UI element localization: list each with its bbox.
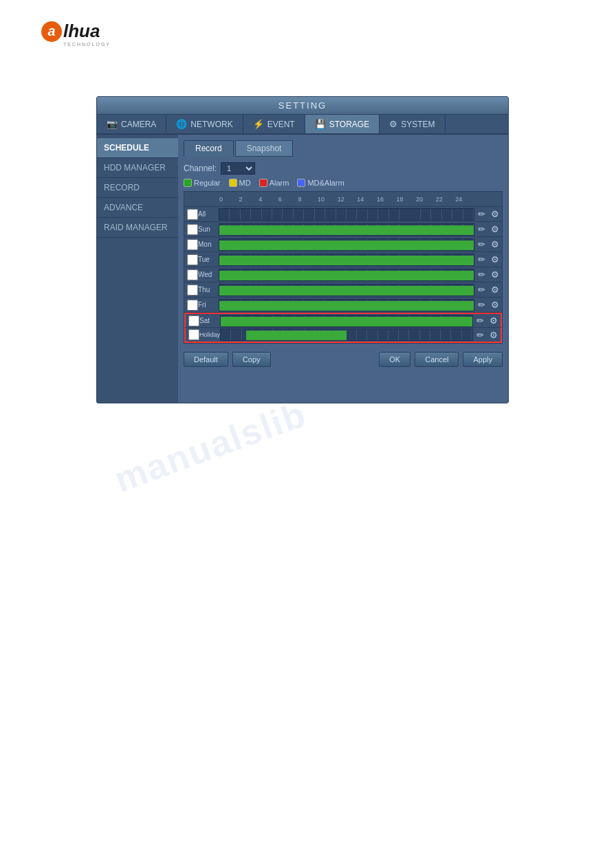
checkbox-tue[interactable]: [187, 254, 198, 265]
apply-button[interactable]: Apply: [463, 352, 503, 367]
sidebar-item-hdd-manager[interactable]: HDD MANAGER: [97, 158, 178, 178]
time-ticks: 0 2 4 6 8 10 12 14 16 18 20 22 24: [219, 196, 474, 203]
watermark: manualslib: [109, 393, 312, 500]
row-sat: Sat ✏ ⚙: [184, 313, 502, 328]
camera-icon: 📷: [107, 119, 118, 129]
checkbox-sun[interactable]: [187, 224, 198, 235]
gear-tue[interactable]: ⚙: [488, 254, 502, 265]
legend-alarm: Alarm: [259, 179, 289, 187]
gear-all[interactable]: ⚙: [488, 209, 502, 219]
bars-thu[interactable]: [219, 284, 474, 296]
sub-tab-snapshot[interactable]: Snapshot: [235, 140, 294, 157]
pencil-fri[interactable]: ✏: [474, 300, 488, 310]
tick-0: 0: [219, 196, 239, 203]
dialog-title: SETTING: [97, 97, 508, 115]
checkbox-fri[interactable]: [187, 300, 198, 311]
logo-circle: a: [41, 21, 62, 42]
channel-select[interactable]: 1 2 3 4: [221, 162, 255, 175]
system-icon: ⚙: [389, 119, 397, 129]
pencil-holiday[interactable]: ✏: [473, 330, 487, 340]
ok-button[interactable]: OK: [379, 352, 410, 367]
copy-button[interactable]: Copy: [232, 352, 271, 367]
sidebar: SCHEDULE HDD MANAGER RECORD ADVANCE RAID…: [97, 135, 178, 403]
pencil-tue[interactable]: ✏: [474, 254, 488, 265]
bars-holiday[interactable]: [220, 329, 473, 341]
pencil-thu[interactable]: ✏: [474, 285, 488, 295]
checkbox-wed[interactable]: [187, 269, 198, 280]
tab-camera[interactable]: 📷 CAMERA: [97, 115, 166, 133]
channel-label: Channel:: [184, 164, 217, 173]
btn-group-left: Default Copy: [184, 352, 271, 367]
checkbox-mon[interactable]: [187, 239, 198, 250]
btn-group-right: OK Cancel Apply: [379, 352, 503, 367]
label-all: All: [198, 210, 219, 218]
tick-22: 22: [435, 196, 455, 203]
tick-10: 10: [317, 196, 337, 203]
default-button[interactable]: Default: [184, 352, 228, 367]
event-icon: ⚡: [253, 119, 264, 129]
tab-system[interactable]: ⚙ SYSTEM: [380, 115, 445, 133]
bars-mon[interactable]: [219, 238, 474, 251]
bars-all[interactable]: [219, 208, 474, 221]
gear-thu[interactable]: ⚙: [488, 285, 502, 295]
row-fri: Fri ✏ ⚙: [184, 298, 502, 313]
tab-storage[interactable]: 💾 STORAGE: [305, 115, 380, 133]
checkbox-holiday[interactable]: [188, 329, 199, 340]
pencil-sun[interactable]: ✏: [474, 224, 488, 234]
cancel-button[interactable]: Cancel: [415, 352, 459, 367]
tick-16: 16: [376, 196, 396, 203]
bars-fri[interactable]: [219, 299, 474, 311]
bars-tue[interactable]: [219, 254, 474, 266]
row-sun: Sun ✏ ⚙: [184, 222, 502, 237]
logo: a lhua TECHNOLOGY: [41, 21, 111, 47]
tab-event[interactable]: ⚡ EVENT: [243, 115, 305, 133]
label-tue: Tue: [198, 256, 219, 263]
row-wed: Wed ✏ ⚙: [184, 267, 502, 282]
gear-sat[interactable]: ⚙: [487, 315, 501, 326]
checkbox-sat[interactable]: [188, 315, 199, 326]
pencil-all[interactable]: ✏: [474, 209, 488, 219]
sidebar-item-record[interactable]: RECORD: [97, 178, 178, 198]
tick-24: 24: [454, 196, 474, 203]
tick-4: 4: [258, 196, 278, 203]
sidebar-item-schedule[interactable]: SCHEDULE: [97, 138, 178, 158]
regular-label: Regular: [194, 179, 221, 187]
channel-row: Channel: 1 2 3 4: [184, 162, 503, 175]
label-sun: Sun: [198, 225, 219, 233]
gear-holiday[interactable]: ⚙: [487, 330, 501, 340]
tab-network[interactable]: 🌐 NETWORK: [166, 115, 243, 133]
pencil-wed[interactable]: ✏: [474, 269, 488, 280]
sidebar-item-advance[interactable]: ADVANCE: [97, 198, 178, 218]
sidebar-item-raid-manager[interactable]: RAID MANAGER: [97, 218, 178, 238]
logo-sub: TECHNOLOGY: [63, 42, 111, 47]
row-holiday: Holiday ✏ ⚙: [184, 328, 502, 343]
tick-12: 12: [337, 196, 357, 203]
md-label: MD: [239, 179, 251, 187]
tab-bar: 📷 CAMERA 🌐 NETWORK ⚡ EVENT 💾 STORAGE ⚙ S…: [97, 115, 508, 135]
gear-wed[interactable]: ⚙: [488, 269, 502, 280]
md-dot: [229, 179, 237, 187]
label-holiday: Holiday: [199, 331, 220, 338]
tick-2: 2: [239, 196, 259, 203]
bars-sat[interactable]: [220, 315, 473, 327]
gear-sun[interactable]: ⚙: [488, 224, 502, 234]
row-all: All ✏ ⚙: [184, 207, 502, 222]
tab-event-label: EVENT: [267, 120, 295, 129]
checkbox-all[interactable]: [187, 209, 198, 220]
label-mon: Mon: [198, 241, 219, 248]
sub-tabs: Record Snapshot: [184, 140, 503, 157]
bars-sun[interactable]: [219, 223, 474, 236]
time-header-row: 0 2 4 6 8 10 12 14 16 18 20 22 24: [184, 192, 502, 207]
pencil-sat[interactable]: ✏: [473, 315, 487, 326]
label-wed: Wed: [198, 271, 219, 278]
bars-wed[interactable]: [219, 269, 474, 281]
row-tue: Tue ✏ ⚙: [184, 252, 502, 267]
sub-tab-record[interactable]: Record: [184, 140, 234, 157]
label-thu: Thu: [198, 286, 219, 293]
tick-18: 18: [395, 196, 415, 203]
gear-mon[interactable]: ⚙: [488, 239, 502, 249]
gear-fri[interactable]: ⚙: [488, 300, 502, 310]
checkbox-thu[interactable]: [187, 285, 198, 296]
main-dialog: SETTING 📷 CAMERA 🌐 NETWORK ⚡ EVENT 💾 STO…: [96, 96, 509, 403]
pencil-mon[interactable]: ✏: [474, 239, 488, 249]
